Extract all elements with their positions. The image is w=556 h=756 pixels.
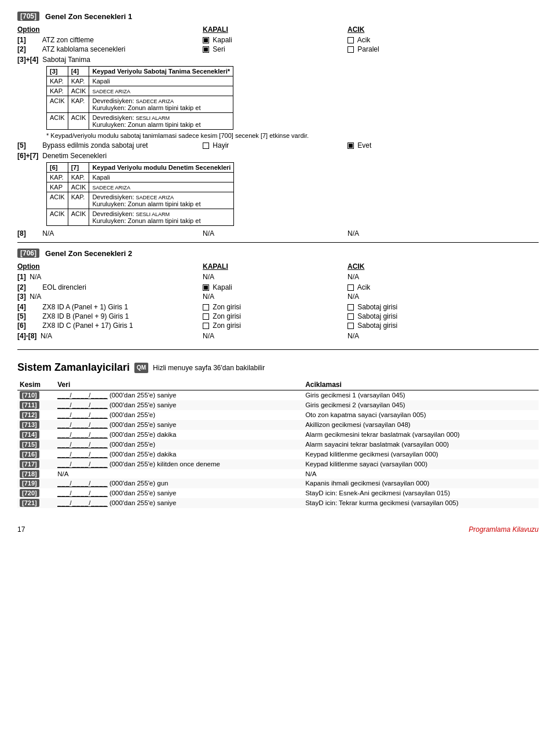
checkbox-zx8a-acik[interactable] — [348, 304, 354, 311]
denetim-row-2: KAP ACIK SADECE ARIZA — [47, 182, 234, 192]
checkbox-kapali-2[interactable] — [203, 46, 209, 53]
option-705-1-kapali: Kapali — [203, 36, 348, 44]
checkbox-zx8b-kapali[interactable] — [203, 313, 209, 320]
col-headers-705: Option KAPALI ACIK — [17, 24, 539, 35]
option-706-2-kapali: Kapali — [203, 283, 348, 291]
checkbox-zx8a-kapali[interactable] — [203, 304, 209, 311]
option-705-1-label: [1] ATZ zon ciftleme — [17, 36, 203, 44]
checkbox-zx8c-acik[interactable] — [348, 323, 354, 329]
timer-row-9: [719] ___/____/____ (000'dan 255'e) gun … — [17, 479, 539, 488]
checkbox-kapali-1[interactable] — [203, 37, 209, 43]
timer-veri-4[interactable]: ___/____/____ (000'dan 255'e) dakika — [55, 430, 303, 440]
timer-veri-7[interactable]: ___/____/____ (000'dan 255'e) kilitden o… — [55, 459, 303, 469]
sabotaj-row-3: ACIK KAP. Devredisiyken: SADECE ARIZAKur… — [47, 96, 233, 113]
timer-badge-10: [720] — [17, 488, 55, 498]
checkbox-acik-1[interactable] — [348, 37, 354, 43]
sabotaj-col3: [3] — [47, 67, 68, 76]
timer-badge-0: [710] — [17, 390, 55, 401]
col-acik-706: ACIK — [348, 261, 539, 272]
option-706-4: [4] ZX8 ID A (Panel + 1) Giris 1 Zon gir… — [17, 303, 539, 311]
checkbox-eol-acik[interactable] — [348, 284, 354, 291]
timer-desc-0: Giris gecikmesi 1 (varsayilan 045) — [303, 390, 539, 401]
option-705-denetim: [6]+[7] Denetim Secenekleri — [17, 152, 539, 160]
option-705-5-kapali: Hayir — [203, 141, 348, 149]
section-706-title: Genel Zon Secenekleri 2 — [45, 249, 132, 258]
timer-veri-9[interactable]: ___/____/____ (000'dan 255'e) gun — [55, 479, 303, 488]
timer-badge-7: [717] — [17, 459, 55, 469]
option-705-2-acik: Paralel — [348, 45, 539, 53]
qm-badge: QM — [134, 363, 148, 373]
timer-row-11: [721] ___/____/____ (000'dan 255'e) sani… — [17, 498, 539, 508]
timer-badge-8: [718] — [17, 469, 55, 479]
timer-row-7: [717] ___/____/____ (000'dan 255'e) kili… — [17, 459, 539, 469]
option-706-4-acik: Sabotaj girisi — [348, 303, 539, 311]
timer-badge-3: [713] — [17, 420, 55, 430]
denetim-label: [6]+[7] Denetim Secenekleri — [17, 152, 203, 160]
checkbox-kapali-5[interactable] — [203, 143, 209, 149]
section-705-badge: [705] — [17, 12, 39, 21]
timer-row-2: [712] ___/____/____ (000'dan 255'e) Oto … — [17, 410, 539, 420]
timer-veri-8: N/A — [55, 469, 303, 479]
timer-row-3: [713] ___/____/____ (000'dan 255'e) sani… — [17, 420, 539, 430]
denetim-col7: [7] — [68, 163, 89, 173]
timer-desc-4: Alarm gecikmesini tekrar baslatmak (vars… — [303, 430, 539, 440]
timer-row-1: [711] ___/____/____ (000'dan 255'e) sani… — [17, 400, 539, 410]
col-veri: Veri — [55, 379, 303, 390]
option-705-8: [8] N/A N/A N/A — [17, 229, 539, 238]
timer-row-6: [716] ___/____/____ (000'dan 255'e) daki… — [17, 450, 539, 459]
timer-desc-8: N/A — [303, 469, 539, 479]
option-706-6-kapali: Zon girisi — [203, 322, 348, 330]
timer-badge-5: [715] — [17, 440, 55, 450]
timer-veri-10[interactable]: ___/____/____ (000'dan 255'e) saniye — [55, 488, 303, 498]
col-kapali-706: KAPALI — [203, 261, 348, 272]
timer-row-5: [715] ___/____/____ (000'dan 255'e) Alar… — [17, 440, 539, 450]
checkbox-acik-2[interactable] — [348, 46, 354, 53]
timer-desc-9: Kapanis ihmali gecikmesi (varsayilan 000… — [303, 479, 539, 488]
sistem-header: Sistem Zamanlayicilari QM Hizli menuye s… — [17, 361, 539, 374]
option-705-2: [2] ATZ kablolama secenekleri Seri Paral… — [17, 45, 539, 53]
option-706-1: [1] N/A N/A N/A — [17, 273, 539, 281]
section-705: [705] Genel Zon Secenekleri 1 Option KAP… — [17, 12, 539, 238]
timer-row-4: [714] ___/____/____ (000'dan 255'e) daki… — [17, 430, 539, 440]
col-headers-706: Option KAPALI ACIK — [17, 261, 539, 272]
timer-table-header: Kesim Veri Aciklamasi — [17, 379, 539, 390]
timer-veri-5[interactable]: ___/____/____ (000'dan 255'e) — [55, 440, 303, 450]
timer-veri-6[interactable]: ___/____/____ (000'dan 255'e) dakika — [55, 450, 303, 459]
checkbox-acik-5[interactable] — [348, 143, 354, 149]
timer-veri-2[interactable]: ___/____/____ (000'dan 255'e) — [55, 410, 303, 420]
section-705-header: [705] Genel Zon Secenekleri 1 — [17, 12, 539, 21]
timer-veri-1[interactable]: ___/____/____ (000'dan 255'e) saniye — [55, 400, 303, 410]
page-number: 17 — [17, 525, 25, 534]
denetim-col6: [6] — [47, 163, 68, 173]
footer-title: Programlama Kilavuzu — [469, 525, 539, 534]
col-option-705: Option — [17, 24, 203, 35]
timer-badge-6: [716] — [17, 450, 55, 459]
option-706-5: [5] ZX8 ID B (Panel + 9) Giris 1 Zon gir… — [17, 312, 539, 320]
col-kesim: Kesim — [17, 379, 55, 390]
checkbox-eol-kapali[interactable] — [203, 284, 209, 291]
timer-desc-6: Keypad kilitlenme gecikmesi (varsayilan … — [303, 450, 539, 459]
option-705-1: [1] ATZ zon ciftleme Kapali Acik — [17, 36, 539, 44]
option-706-4-kapali: Zon girisi — [203, 303, 348, 311]
sistem-zamanlayicilari: Sistem Zamanlayicilari QM Hizli menuye s… — [17, 361, 539, 508]
sabotaj-col-desc: Keypad Veriyolu Sabotaj Tanima Secenekle… — [89, 67, 233, 76]
denetim-table: [6] [7] Keypad Veriyolu modulu Denetim S… — [46, 162, 234, 226]
timer-row-8: [718] N/A N/A — [17, 469, 539, 479]
section-705-title: Genel Zon Secenekleri 1 — [45, 12, 132, 21]
timer-desc-5: Alarm sayacini tekrar baslatmak (varsayi… — [303, 440, 539, 450]
checkbox-zx8b-acik[interactable] — [348, 313, 354, 320]
option-706-6: [6] ZX8 ID C (Panel + 17) Giris 1 Zon gi… — [17, 322, 539, 330]
timer-desc-11: StayD icin: Tekrar kurma gecikmesi (vars… — [303, 498, 539, 508]
option-705-2-label: [2] ATZ kablolama secenekleri — [17, 45, 203, 53]
timer-veri-11[interactable]: ___/____/____ (000'dan 255'e) saniye — [55, 498, 303, 508]
timer-desc-1: Giris gecikmesi 2 (varsayilan 045) — [303, 400, 539, 410]
sistem-title: Sistem Zamanlayicilari — [17, 361, 130, 374]
page-footer: 17 Programlama Kilavuzu — [17, 525, 539, 534]
checkbox-zx8c-kapali[interactable] — [203, 323, 209, 329]
timer-desc-2: Oto zon kapatma sayaci (varsayilan 005) — [303, 410, 539, 420]
sabotaj-label: [3]+[4] Sabotaj Tanima — [17, 56, 203, 64]
sabotaj-note: * Keypad/veriyolu modulu sabotaj tanimla… — [46, 132, 539, 139]
timer-veri-0[interactable]: ___/____/____ (000'dan 255'e) saniye — [55, 390, 303, 401]
sabotaj-row-1: KAP. KAP. Kapali — [47, 76, 233, 86]
timer-veri-3[interactable]: ___/____/____ (000'dan 255'e) saniye — [55, 420, 303, 430]
